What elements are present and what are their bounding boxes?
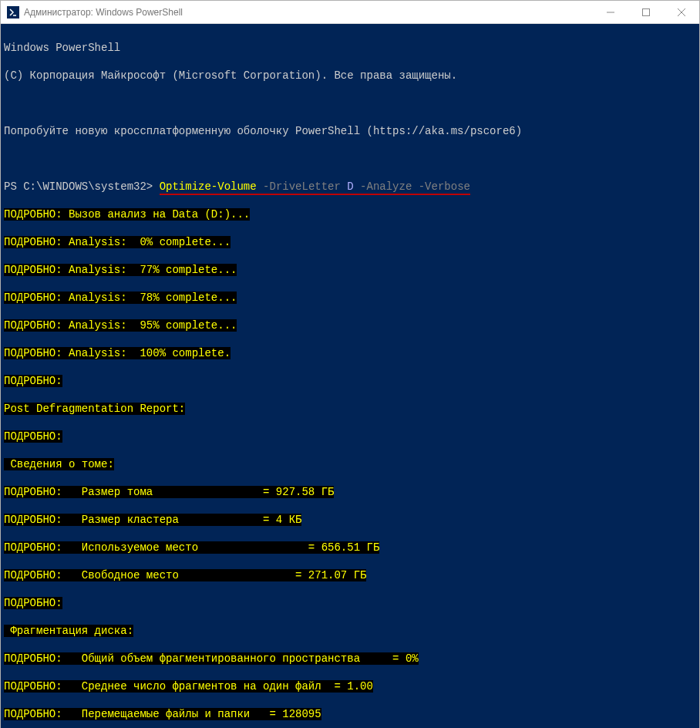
blank-line [4,96,696,110]
powershell-icon [7,6,19,19]
verbose-line: ПОДРОБНО: Общий объем фрагментированного… [4,652,696,666]
verbose-line: ПОДРОБНО: Вызов анализ на Data (D:)... [4,207,696,221]
verbose-line: ПОДРОБНО: Analysis: 95% complete... [4,318,696,332]
param-analyze: -Analyze [354,180,419,193]
param-verbose: -Verbose [419,180,470,193]
powershell-window: Администратор: Windows PowerShell Window… [0,0,700,728]
verbose-line: ПОДРОБНО: Перемещаемые файлы и папки = 1… [4,707,696,721]
verbose-line: ПОДРОБНО: Размер кластера = 4 КБ [4,513,696,527]
close-button[interactable] [664,1,699,24]
cmdlet-name: Optimize-Volume [160,180,257,193]
window-title: Администратор: Windows PowerShell [24,7,593,18]
verbose-line: ПОДРОБНО: Analysis: 77% complete... [4,263,696,277]
header-line: Windows PowerShell [4,41,696,55]
verbose-line: ПОДРОБНО: Свободное место = 271.07 ГБ [4,568,696,582]
prompt: PS C:\WINDOWS\system32> [4,180,160,193]
verbose-line: ПОДРОБНО: [4,374,696,388]
terminal-output[interactable]: Windows PowerShell (C) Корпорация Майкро… [1,24,699,728]
verbose-line: ПОДРОБНО: Используемое место = 656.51 ГБ [4,541,696,554]
titlebar[interactable]: Администратор: Windows PowerShell [1,1,699,24]
header-line: Попробуйте новую кроссплатформенную обол… [4,124,696,138]
header-line: (C) Корпорация Майкрософт (Microsoft Cor… [4,69,696,83]
param-driveletter: -DriveLetter [257,180,348,193]
command-underline: Optimize-Volume -DriveLetter D -Analyze … [160,180,470,195]
section-fragmentation: Фрагментация диска: [4,624,696,638]
minimize-button[interactable] [593,1,628,24]
command-line: PS C:\WINDOWS\system32> Optimize-Volume … [4,180,696,194]
verbose-line: ПОДРОБНО: Размер тома = 927.58 ГБ [4,485,696,499]
report-header: Post Defragmentation Report: [4,402,696,416]
section-volume: Сведения о томе: [4,457,696,471]
blank-line [4,152,696,166]
window-controls [593,1,699,24]
verbose-line: ПОДРОБНО: [4,430,696,443]
verbose-line: ПОДРОБНО: Analysis: 0% complete... [4,235,696,249]
arg-driveletter: D [347,180,353,193]
maximize-button[interactable] [628,1,664,24]
verbose-line: ПОДРОБНО: Analysis: 78% complete... [4,291,696,305]
svg-rect-0 [643,8,650,15]
verbose-line: ПОДРОБНО: Среднее число фрагментов на од… [4,679,696,693]
verbose-line: ПОДРОБНО: Analysis: 100% complete. [4,346,696,360]
verbose-line: ПОДРОБНО: [4,596,696,610]
